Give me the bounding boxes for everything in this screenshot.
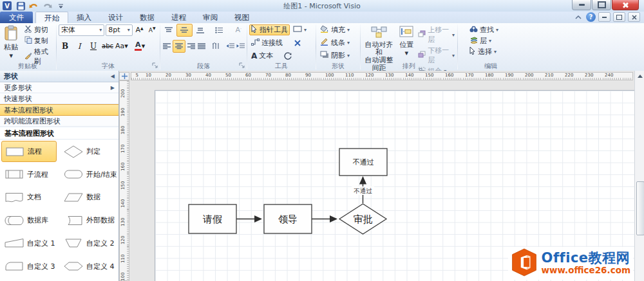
- stencil-shape-on-page-reference[interactable]: 页面内引用: [1, 278, 61, 281]
- shadow-button[interactable]: 阴影 ▾: [318, 50, 352, 61]
- collapse-panel-icon[interactable]: ◀: [111, 73, 115, 79]
- maximize-window-icon[interactable]: [592, 0, 611, 10]
- pointer-arrow-icon: [251, 25, 258, 35]
- connector-tool-button[interactable]: 连接线: [249, 37, 285, 48]
- scrollbar-thumb[interactable]: [636, 181, 644, 235]
- copy-icon: [24, 36, 32, 46]
- decrease-indent-icon[interactable]: [225, 41, 234, 52]
- tab-insert[interactable]: 插入: [68, 12, 100, 23]
- tab-design[interactable]: 设计: [100, 12, 131, 23]
- select-button[interactable]: 选择 ▾: [468, 46, 523, 57]
- chevron-down-icon: ▾: [496, 27, 498, 33]
- minimize-window-icon[interactable]: [572, 0, 591, 10]
- freeform-arc-icon[interactable]: [281, 50, 294, 62]
- line-button[interactable]: 线条 ▾: [318, 37, 352, 48]
- flow-node-approve[interactable]: 审批: [339, 204, 386, 234]
- rotate-text-button[interactable]: A′: [232, 24, 245, 36]
- sidebar-item-cross-functional-shapes[interactable]: 跨职能流程图形状: [0, 116, 118, 127]
- position-button[interactable]: 位置 ▾: [397, 23, 416, 62]
- external-data-shape-icon: [64, 214, 83, 227]
- sidebar-item-more-shapes[interactable]: 更多形状 ▶: [0, 82, 118, 93]
- align-middle-icon[interactable]: [176, 24, 193, 37]
- watermark-url: www.office26.com: [542, 266, 630, 275]
- close-window-icon[interactable]: [612, 0, 639, 10]
- paste-button[interactable]: 粘贴 ▾: [0, 23, 23, 62]
- connector-icon: [251, 38, 260, 48]
- stencil-shape-data[interactable]: 数据: [61, 186, 120, 208]
- tab-review[interactable]: 审阅: [194, 12, 226, 23]
- find-button[interactable]: 查找 ▾: [468, 24, 523, 35]
- custom-2-shape-icon: [64, 237, 83, 249]
- stencil-shape-custom-2[interactable]: 自定义 2: [61, 233, 120, 254]
- paragraph-dialog-launcher-icon[interactable]: [239, 62, 245, 70]
- select-arrow-icon: [469, 47, 476, 57]
- text-direction-icon[interactable]: [211, 41, 220, 52]
- tab-process[interactable]: 进程: [163, 12, 194, 23]
- flow-node-rejected[interactable]: 不通过: [339, 149, 387, 176]
- copy-button[interactable]: 复制: [23, 35, 55, 46]
- doc-close-icon[interactable]: [628, 12, 640, 22]
- stencil-shape-start-end[interactable]: 开始/结束: [61, 164, 120, 185]
- minimize-ribbon-icon[interactable]: [573, 13, 583, 22]
- align-left-icon[interactable]: [162, 41, 171, 52]
- change-case-button[interactable]: Aa▾: [115, 41, 128, 52]
- flow-node-leave[interactable]: 请假: [189, 204, 236, 233]
- sidebar-item-basic-flowchart-shapes[interactable]: 基本流程图形状: [0, 104, 118, 116]
- scissors-icon: [24, 25, 32, 35]
- stencil-shape-decision[interactable]: 判定: [61, 141, 120, 162]
- stencil-shape-database[interactable]: 数据库: [1, 210, 61, 231]
- position-icon: [399, 25, 413, 40]
- font-name-select[interactable]: 宋体▾: [59, 24, 104, 36]
- bullets-icon[interactable]: [213, 24, 226, 36]
- font-color-button[interactable]: A ▾: [133, 41, 146, 52]
- cut-button[interactable]: 剪切: [23, 24, 55, 35]
- find-binoculars-icon: [469, 26, 478, 35]
- doc-restore-icon[interactable]: [613, 12, 625, 22]
- text-tool-button[interactable]: A 文本: [249, 50, 275, 61]
- help-icon[interactable]: ?: [586, 12, 596, 22]
- bring-forward-button[interactable]: 上移一层 ▾: [416, 24, 457, 45]
- increase-indent-icon[interactable]: [236, 41, 245, 52]
- connection-point-icon[interactable]: [291, 37, 304, 49]
- tab-home[interactable]: 开始: [35, 12, 68, 23]
- stencil-shape-custom-3[interactable]: 自定义 3: [1, 256, 61, 277]
- font-dialog-launcher-icon[interactable]: [152, 62, 158, 70]
- start-end-shape-icon: [64, 168, 83, 181]
- tab-data[interactable]: 数据: [131, 12, 163, 23]
- tab-view[interactable]: 视图: [226, 12, 258, 23]
- grow-font-button[interactable]: A▲: [134, 24, 146, 36]
- italic-button[interactable]: I: [73, 41, 86, 52]
- flow-node-leader[interactable]: 领导: [264, 204, 312, 233]
- sidebar-item-quick-shapes[interactable]: 快速形状: [0, 93, 118, 104]
- align-center-icon[interactable]: [173, 40, 185, 53]
- font-size-select[interactable]: 8pt▾: [106, 24, 132, 36]
- pointer-tool-button[interactable]: 指针工具: [249, 24, 290, 35]
- layers-button[interactable]: 层 ▾: [468, 35, 523, 46]
- underline-button[interactable]: U: [87, 41, 100, 52]
- stencil-shape-document[interactable]: 文档: [1, 186, 61, 208]
- decision-shape-icon: [64, 145, 83, 158]
- chevron-down-icon: ▾: [304, 27, 307, 33]
- rectangle-tool-button[interactable]: ▾: [291, 25, 308, 35]
- align-right-icon[interactable]: [187, 41, 196, 52]
- auto-align-button[interactable]: 自动对齐和自动调整间距: [361, 23, 397, 62]
- align-bottom-icon[interactable]: [194, 24, 207, 36]
- stencil-shape-subprocess[interactable]: 子流程: [1, 164, 61, 185]
- shrink-font-button[interactable]: A▼: [146, 24, 158, 36]
- stencil-shape-custom-4[interactable]: 自定义 4: [61, 256, 120, 277]
- vertical-scrollbar[interactable]: [634, 71, 644, 281]
- justify-icon[interactable]: [197, 41, 206, 52]
- align-top-icon[interactable]: [162, 24, 175, 36]
- bold-button[interactable]: B: [59, 41, 71, 52]
- stencil-shape-custom-1[interactable]: 自定义 1: [1, 233, 61, 254]
- chevron-down-icon: ▾: [452, 32, 455, 38]
- doc-minimize-icon[interactable]: [598, 12, 611, 22]
- strikethrough-button[interactable]: abc: [101, 41, 114, 52]
- group-shape: 填充 ▾ 线条 ▾ 阴影 ▾ 形状: [317, 23, 359, 71]
- stencil-shape-process[interactable]: 流程: [1, 141, 57, 162]
- fill-button[interactable]: 填充 ▾: [318, 24, 352, 35]
- stencil-shape-external-data[interactable]: 外部数据: [61, 210, 120, 231]
- scroll-up-icon[interactable]: [636, 71, 644, 80]
- tab-file[interactable]: 文件: [0, 12, 33, 23]
- stencil-shape-off-page-reference[interactable]: 跨页引用: [61, 278, 120, 281]
